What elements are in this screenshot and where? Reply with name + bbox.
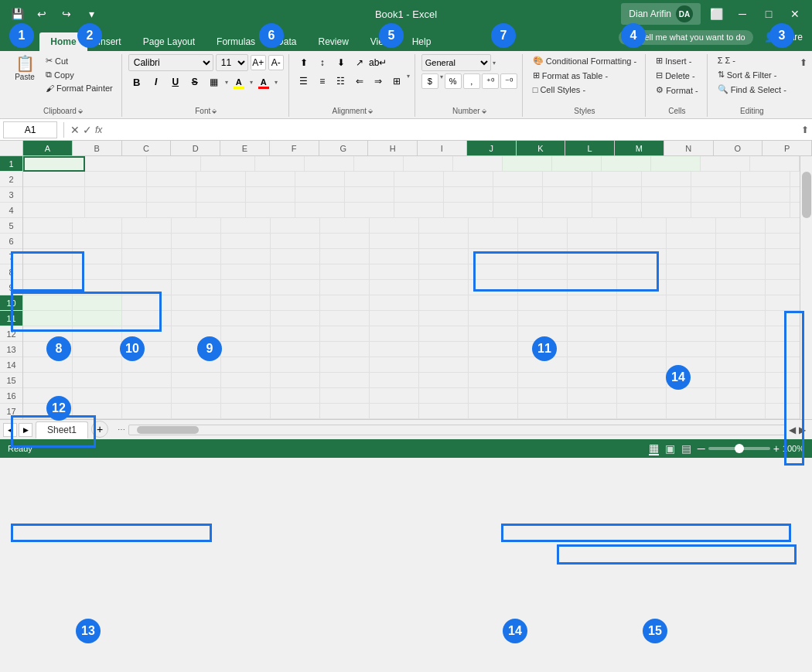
collapse-ribbon-button[interactable]: ⬆	[800, 57, 807, 68]
col-header-G[interactable]: G	[319, 141, 369, 155]
col-header-L[interactable]: L	[565, 141, 615, 155]
cell-H3[interactable]	[394, 187, 444, 203]
cell-K1[interactable]	[552, 156, 602, 172]
sheet-tab-sheet1[interactable]: Sheet1	[36, 421, 88, 439]
font-name-select[interactable]: Calibri	[128, 54, 213, 71]
col-header-A[interactable]: A	[23, 141, 73, 155]
cell-I3[interactable]	[444, 187, 493, 203]
currency-button[interactable]: $	[421, 73, 438, 89]
align-bottom-button[interactable]: ⬇	[333, 54, 350, 71]
decrease-indent-button[interactable]: ⇐	[351, 73, 368, 90]
customize-quick-access-button[interactable]: ▾	[80, 3, 102, 25]
zoom-slider-thumb[interactable]	[735, 444, 744, 453]
cell-H4[interactable]	[394, 203, 444, 218]
view-page-layout-button[interactable]: ▣	[665, 442, 675, 455]
cell-O2[interactable]	[741, 172, 790, 187]
row-header-3[interactable]: 3	[0, 187, 22, 203]
copy-button[interactable]: ⧉ Copy	[42, 68, 117, 81]
zoom-slider[interactable]	[708, 447, 770, 450]
zoom-in-button[interactable]: +	[773, 442, 780, 455]
find-select-button[interactable]: 🔍 Find & Select -	[714, 83, 790, 96]
formula-cancel-button[interactable]: ✕	[70, 124, 80, 136]
scroll-left-button[interactable]: ◀	[3, 423, 17, 437]
horizontal-scrollbar[interactable]	[128, 425, 786, 435]
row-header-5[interactable]: 5	[0, 218, 22, 234]
increase-indent-button[interactable]: ⇒	[370, 73, 387, 90]
tab-file[interactable]: File	[3, 32, 39, 51]
undo-button[interactable]: ↩	[31, 3, 53, 25]
cell-D4[interactable]	[196, 203, 246, 218]
tab-help[interactable]: Help	[401, 32, 442, 51]
cell-B3[interactable]	[85, 187, 147, 203]
align-middle-button[interactable]: ↕	[314, 54, 331, 71]
col-header-E[interactable]: E	[220, 141, 270, 155]
delete-button[interactable]: ⊟ Delete -	[652, 69, 699, 82]
row-header-11[interactable]: 11	[0, 311, 22, 326]
cell-B1[interactable]	[85, 156, 147, 172]
save-button[interactable]: 💾	[6, 3, 28, 25]
search-bar[interactable]: 💡 Tell me what you want to do	[619, 30, 753, 45]
scroll-right-button[interactable]: ▶	[19, 423, 32, 437]
restore-button[interactable]: □	[758, 3, 780, 25]
cell-K2[interactable]	[543, 172, 592, 187]
col-header-K[interactable]: K	[517, 141, 566, 155]
cell-N1[interactable]	[701, 156, 750, 172]
formula-confirm-button[interactable]: ✓	[83, 124, 92, 136]
cell-C4[interactable]	[147, 203, 196, 218]
cell-L3[interactable]	[592, 187, 642, 203]
col-header-I[interactable]: I	[418, 141, 467, 155]
autosum-button[interactable]: Σ Σ -	[714, 54, 739, 67]
cell-H1[interactable]	[404, 156, 453, 172]
view-normal-button[interactable]: ▦	[649, 442, 659, 455]
increase-font-size-button[interactable]: A+	[251, 55, 266, 70]
cell-G4[interactable]	[345, 203, 394, 218]
cell-reference-input[interactable]	[3, 121, 57, 138]
cell-P4[interactable]	[790, 203, 800, 218]
angle-text-button[interactable]: ↗	[351, 54, 368, 71]
cell-G1[interactable]	[354, 156, 404, 172]
fill-color-button[interactable]: A	[230, 73, 247, 90]
row-header-14[interactable]: 14	[0, 357, 22, 373]
merge-button[interactable]: ⊞	[388, 73, 405, 90]
header-corner[interactable]	[0, 141, 23, 155]
cell-F1[interactable]	[305, 156, 354, 172]
strikethrough-button[interactable]: S	[186, 73, 203, 90]
sheet-options-button[interactable]: ⋯	[118, 425, 125, 434]
tab-review[interactable]: Review	[307, 32, 359, 51]
col-header-B[interactable]: B	[73, 141, 122, 155]
cell-E3[interactable]	[246, 187, 295, 203]
cell-C2[interactable]	[147, 172, 196, 187]
cell-C3[interactable]	[147, 187, 196, 203]
tab-home[interactable]: Home	[39, 32, 87, 51]
col-header-C[interactable]: C	[122, 141, 172, 155]
scroll-left-h-button[interactable]: ◀	[789, 425, 796, 435]
fill-color-dropdown-icon[interactable]: ▾	[250, 79, 253, 86]
cell-A1[interactable]	[23, 156, 85, 172]
cell-A4[interactable]	[23, 203, 85, 218]
decrease-font-size-button[interactable]: A-	[268, 55, 284, 70]
comma-button[interactable]: ,	[463, 73, 480, 89]
cell-N3[interactable]	[691, 187, 741, 203]
alignment-expand-icon[interactable]: ⬙	[368, 107, 373, 114]
wrap-text-button[interactable]: ab↵	[370, 54, 387, 71]
clipboard-expand-icon[interactable]: ⬙	[78, 107, 83, 114]
zoom-out-button[interactable]: ─	[698, 442, 705, 455]
cell-E2[interactable]	[246, 172, 295, 187]
cell-B4[interactable]	[85, 203, 147, 218]
row-header-8[interactable]: 8	[0, 264, 22, 280]
col-header-D[interactable]: D	[171, 141, 220, 155]
col-header-H[interactable]: H	[368, 141, 418, 155]
cell-F3[interactable]	[295, 187, 345, 203]
col-header-N[interactable]: N	[664, 141, 714, 155]
insert-button[interactable]: ⊞ Insert -	[652, 54, 695, 67]
cell-E4[interactable]	[246, 203, 295, 218]
cell-I4[interactable]	[444, 203, 493, 218]
function-wizard-button[interactable]: fx	[95, 125, 102, 135]
borders-dropdown-icon[interactable]: ▾	[225, 79, 228, 86]
underline-button[interactable]: U	[167, 73, 184, 90]
format-button[interactable]: ⚙ Format -	[652, 84, 702, 97]
row-header-16[interactable]: 16	[0, 388, 22, 404]
decrease-decimal-button[interactable]: ⁻⁰	[500, 73, 517, 89]
row-header-1[interactable]: 1	[0, 156, 22, 172]
tab-view[interactable]: View	[360, 32, 401, 51]
